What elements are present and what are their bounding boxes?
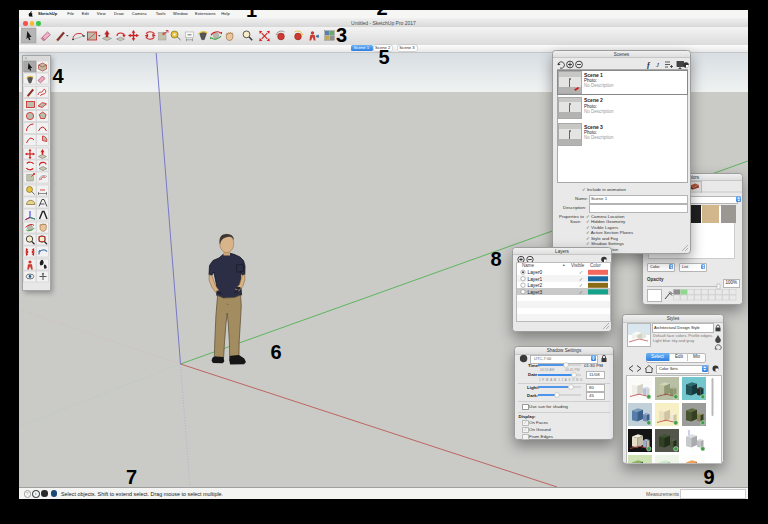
svg-text:✓: ✓ — [579, 276, 583, 281]
svg-text:Layer1: Layer1 — [527, 276, 542, 281]
svg-text:Layer0: Layer0 — [527, 270, 542, 275]
svg-text:✓: ✓ — [579, 289, 583, 294]
svg-text:Layer3: Layer3 — [527, 289, 542, 294]
svg-text:J: J — [656, 61, 660, 68]
svg-text:✓: ✓ — [579, 270, 583, 275]
svg-text:Layer2: Layer2 — [527, 283, 542, 288]
svg-text:✓: ✓ — [579, 283, 583, 288]
